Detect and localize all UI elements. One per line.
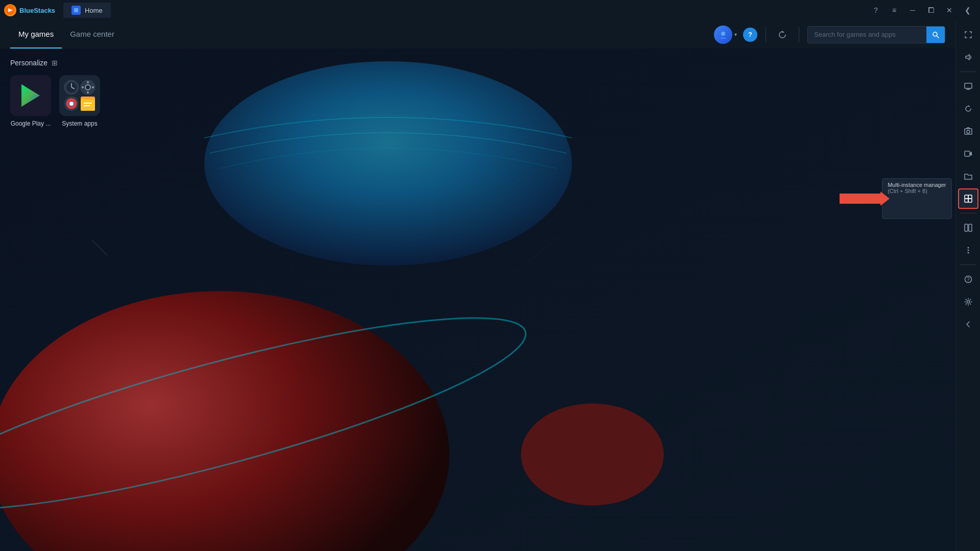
system-apps-label: System apps: [62, 120, 97, 127]
screenshot-button[interactable]: [958, 121, 978, 141]
svg-rect-47: [965, 195, 968, 199]
personalize-settings-icon[interactable]: ⊞: [52, 59, 58, 67]
svg-rect-49: [965, 199, 968, 202]
svg-point-14: [721, 32, 725, 36]
svg-point-29: [82, 86, 84, 88]
svg-point-27: [87, 81, 89, 83]
svg-point-54: [967, 250, 969, 251]
back-arrow-button[interactable]: ❮: [960, 3, 976, 17]
search-input[interactable]: [808, 28, 926, 41]
google-play-icon-wrapper: [10, 75, 51, 116]
page-content: Personalize ⊞: [0, 49, 955, 551]
multi-instance-button[interactable]: [958, 188, 978, 209]
sidebar-help-button[interactable]: ?: [958, 269, 978, 290]
folder-button[interactable]: [958, 166, 978, 186]
svg-line-17: [937, 36, 939, 38]
google-play-label: Google Play ...: [11, 120, 51, 127]
svg-point-55: [967, 252, 969, 254]
refresh-button[interactable]: [774, 27, 791, 43]
fullscreen-button[interactable]: [958, 25, 978, 45]
multi-instance-wrapper: Multi-instance manager (Ctrl + Shift + 8…: [958, 188, 978, 209]
svg-point-30: [92, 86, 94, 88]
apps-grid: Google Play ...: [10, 75, 945, 127]
svg-rect-48: [968, 195, 972, 199]
main-wrapper: My games Game center ▾ ?: [0, 20, 980, 551]
nav-right: ▾ ?: [714, 26, 945, 44]
bluestacks-logo-icon: [4, 4, 16, 16]
nav-divider-2: [799, 27, 799, 42]
svg-rect-45: [965, 151, 970, 156]
volume-button[interactable]: [958, 47, 978, 67]
system-apps-icon-wrapper: [59, 75, 100, 116]
help-circle-button[interactable]: ?: [743, 28, 757, 42]
avatar-button[interactable]: [714, 26, 732, 44]
app-item-system-apps[interactable]: System apps: [59, 75, 100, 127]
bluestacks-brand-name: BlueStacks: [19, 7, 55, 14]
split-button[interactable]: [958, 218, 978, 238]
sidebar-divider-3: [960, 265, 976, 265]
top-nav: My games Game center ▾ ?: [0, 20, 955, 49]
content-area: My games Game center ▾ ?: [0, 20, 955, 551]
svg-rect-52: [969, 224, 972, 231]
avatar-dropdown[interactable]: ▾: [714, 26, 737, 44]
home-tab-icon: [71, 6, 81, 15]
home-tab-label: Home: [85, 7, 103, 14]
right-sidebar: Multi-instance manager (Ctrl + Shift + 8…: [955, 20, 980, 551]
sidebar-divider-2: [960, 213, 976, 213]
sidebar-back-button[interactable]: [958, 314, 978, 334]
record-button[interactable]: [958, 143, 978, 164]
sidebar-divider-1: [960, 71, 976, 72]
minimize-button[interactable]: ─: [904, 3, 921, 17]
svg-marker-42: [968, 105, 970, 107]
svg-rect-50: [968, 199, 972, 202]
tab-game-center[interactable]: Game center: [62, 20, 123, 49]
svg-point-53: [967, 247, 969, 249]
svg-point-26: [85, 85, 90, 90]
svg-point-44: [967, 130, 970, 133]
svg-text:?: ?: [967, 277, 970, 282]
svg-rect-39: [965, 83, 972, 88]
help-button[interactable]: ?: [868, 3, 884, 17]
search-button[interactable]: [926, 27, 945, 43]
maximize-button[interactable]: ⧠: [923, 3, 939, 17]
personalize-label: Personalize: [10, 59, 47, 67]
personalize-row: Personalize ⊞: [10, 59, 945, 67]
screen-button[interactable]: [958, 76, 978, 97]
rotate-button[interactable]: [958, 99, 978, 119]
svg-point-34: [69, 102, 74, 106]
svg-point-58: [967, 301, 969, 303]
tab-my-games[interactable]: My games: [10, 20, 62, 49]
search-box: [807, 26, 945, 43]
home-tab[interactable]: Home: [63, 3, 111, 18]
svg-rect-3: [74, 8, 78, 12]
avatar-caret: ▾: [734, 32, 737, 37]
menu-button[interactable]: ≡: [886, 3, 902, 17]
close-button[interactable]: ✕: [941, 3, 958, 17]
svg-rect-51: [965, 224, 968, 231]
svg-point-28: [87, 91, 89, 93]
title-bar-controls: ? ≡ ─ ⧠ ✕ ❮: [868, 3, 976, 17]
svg-marker-15: [782, 31, 784, 33]
nav-divider: [766, 27, 766, 42]
title-bar: BlueStacks Home ? ≡ ─ ⧠ ✕ ❮: [0, 0, 980, 20]
app-item-google-play[interactable]: Google Play ...: [10, 75, 51, 127]
more-button[interactable]: [958, 240, 978, 260]
bluestacks-logo: BlueStacks: [4, 4, 55, 16]
settings-button[interactable]: [958, 292, 978, 312]
